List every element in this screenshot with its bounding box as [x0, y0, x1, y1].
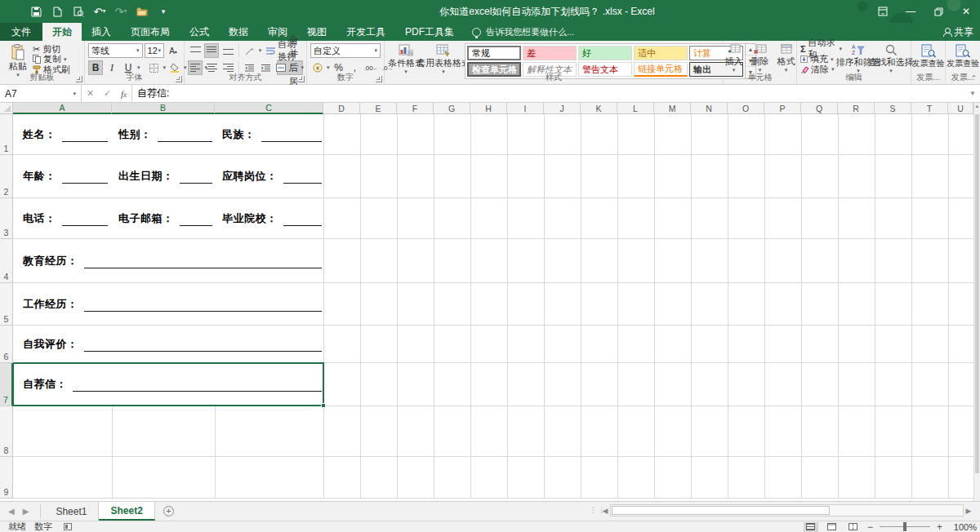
column-header[interactable]: O	[728, 103, 764, 114]
vertical-scrollbar[interactable]: ▲	[973, 103, 980, 501]
name-box-dropdown-icon[interactable]: ▾	[73, 91, 76, 97]
column-header[interactable]: P	[764, 103, 801, 114]
font-dialog-launcher[interactable]	[176, 76, 182, 82]
column-header-c[interactable]: C	[215, 103, 323, 114]
save-icon[interactable]	[29, 5, 42, 18]
scroll-up-icon[interactable]: ▲	[974, 104, 980, 109]
merged-cell-a3[interactable]: 电话： 电子邮箱： 毕业院校：	[13, 198, 323, 238]
tab-formulas[interactable]: 公式	[180, 23, 219, 41]
alignment-dialog-launcher[interactable]	[298, 76, 305, 82]
tab-insert[interactable]: 插入	[82, 23, 121, 41]
find-select-button[interactable]: 查找和选择▾	[875, 43, 907, 75]
tab-pdf-tools[interactable]: PDF工具集	[395, 23, 464, 41]
new-sheet-button[interactable]: +	[155, 502, 182, 521]
column-header[interactable]: N	[691, 103, 728, 114]
font-family-select[interactable]: 等线▾	[88, 43, 143, 58]
redo-icon[interactable]: ↷▾	[114, 5, 127, 18]
row-header[interactable]: 8	[0, 406, 13, 457]
column-header[interactable]: D	[323, 103, 360, 114]
page-break-view-button[interactable]	[846, 522, 861, 532]
merged-cell-a5[interactable]: 工作经历：	[13, 283, 323, 325]
align-top-icon[interactable]	[188, 43, 203, 58]
formula-bar-expand-icon[interactable]: ▼	[965, 85, 980, 102]
tab-view[interactable]: 视图	[297, 23, 336, 41]
row-header[interactable]: 9	[0, 457, 13, 499]
merged-cell-a6[interactable]: 自我评价：	[13, 326, 323, 362]
row-header[interactable]: 3	[0, 198, 13, 239]
row-header-selected[interactable]: 7	[0, 363, 13, 406]
sheet-tab-sheet1[interactable]: Sheet1	[44, 502, 99, 521]
fill-handle[interactable]	[321, 403, 326, 408]
orientation-icon[interactable]	[243, 43, 257, 58]
style-normal[interactable]: 常规	[467, 46, 521, 60]
column-header[interactable]: Q	[801, 103, 838, 114]
print-preview-icon[interactable]	[72, 5, 85, 18]
format-cells-button[interactable]: 格式▾	[775, 43, 798, 74]
scroll-right-icon[interactable]: ▶	[964, 507, 973, 515]
style-bad[interactable]: 差	[523, 46, 577, 60]
normal-view-button[interactable]	[804, 522, 818, 532]
column-header[interactable]: J	[544, 103, 581, 114]
column-header[interactable]: E	[360, 103, 397, 114]
column-header[interactable]: L	[617, 103, 654, 114]
ribbon-display-options-icon[interactable]	[869, 0, 897, 23]
minimize-icon[interactable]: —	[897, 0, 924, 23]
column-header[interactable]: M	[654, 103, 691, 114]
zoom-slider[interactable]	[880, 526, 930, 527]
zoom-out-button[interactable]: −	[867, 521, 873, 532]
new-document-icon[interactable]	[51, 5, 64, 18]
formula-input[interactable]: 自荐信:	[132, 85, 965, 102]
column-header-b[interactable]: B	[112, 103, 215, 114]
name-box[interactable]: A7 ▾	[0, 85, 82, 102]
tell-me-box[interactable]: 告诉我您想要做什么...	[472, 23, 574, 41]
font-size-select[interactable]: 12▾	[145, 43, 164, 58]
row-header[interactable]: 1	[0, 114, 13, 155]
row-header[interactable]: 2	[0, 155, 13, 198]
select-all-corner[interactable]	[0, 103, 13, 114]
insert-function-icon[interactable]: fx	[121, 89, 127, 99]
tab-page-layout[interactable]: 页面布局	[121, 23, 180, 41]
horizontal-scrollbar[interactable]: ◀ ▶	[600, 503, 973, 517]
column-header[interactable]: S	[875, 103, 911, 114]
share-button[interactable]: 共享	[942, 23, 973, 41]
cancel-icon[interactable]: ✕	[87, 88, 94, 99]
tab-data[interactable]: 数据	[219, 23, 258, 41]
customize-qat-icon[interactable]: ▾	[157, 5, 170, 18]
grow-font-button[interactable]: A▴	[166, 43, 180, 58]
horizontal-scroll-track[interactable]	[610, 504, 964, 516]
delete-cells-button[interactable]: 删除▾	[749, 43, 772, 74]
restore-icon[interactable]	[924, 0, 952, 23]
horizontal-scroll-thumb[interactable]	[612, 506, 830, 515]
row-header[interactable]: 4	[0, 239, 13, 283]
invoice-check-button-1[interactable]: 发票查验	[910, 43, 947, 69]
column-header[interactable]: T	[911, 103, 948, 114]
tab-home[interactable]: 开始	[42, 23, 82, 41]
clipboard-dialog-launcher[interactable]	[76, 76, 82, 82]
collapse-ribbon-icon[interactable]: ⌃	[970, 74, 977, 82]
enter-icon[interactable]: ✓	[104, 88, 111, 99]
scroll-left-icon[interactable]: ◀	[600, 507, 610, 515]
zoom-level[interactable]: 100%	[949, 522, 977, 532]
column-header[interactable]: F	[397, 103, 434, 114]
undo-icon[interactable]: ↶▾	[93, 5, 106, 18]
close-icon[interactable]: ✕	[952, 0, 980, 23]
vertical-scroll-thumb[interactable]	[975, 114, 979, 473]
prev-sheet-icon[interactable]: ◀	[8, 507, 15, 516]
number-format-select[interactable]: 自定义▾	[310, 43, 381, 58]
column-header[interactable]: K	[581, 103, 617, 114]
open-folder-icon[interactable]	[136, 5, 149, 18]
zoom-slider-thumb[interactable]	[903, 522, 906, 531]
zoom-in-button[interactable]: +	[937, 521, 942, 532]
column-header[interactable]: G	[434, 103, 470, 114]
column-header[interactable]: R	[838, 103, 875, 114]
sheet-tab-sheet2[interactable]: Sheet2	[99, 502, 154, 521]
column-header-a[interactable]: A	[13, 103, 112, 114]
next-sheet-icon[interactable]: ▶	[23, 507, 29, 516]
page-layout-view-button[interactable]	[825, 522, 840, 532]
align-bottom-icon[interactable]	[220, 43, 235, 58]
merged-cell-a1[interactable]: 姓名： 性别： 民族：	[13, 114, 323, 154]
cell-grid[interactable]: 姓名： 性别： 民族： 年龄： 出生日期： 应聘岗位： 电话： 电子邮箱： 毕业…	[13, 114, 973, 501]
merged-cell-a4[interactable]: 教育经历：	[13, 239, 323, 282]
insert-cells-button[interactable]: 插入▾	[723, 43, 746, 74]
merged-cell-a2[interactable]: 年龄： 出生日期： 应聘岗位：	[13, 155, 323, 197]
